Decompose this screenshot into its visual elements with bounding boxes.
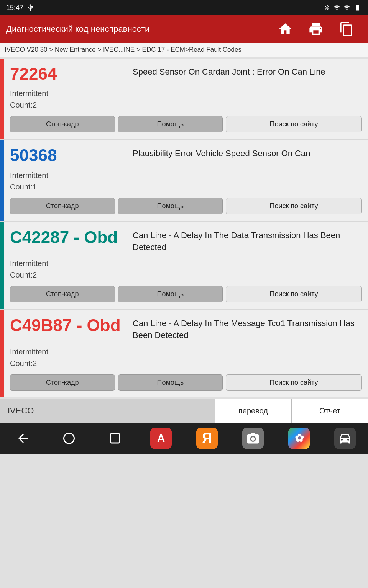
back-icon	[16, 431, 30, 445]
print-button[interactable]	[301, 15, 331, 43]
fault-card-2-inner: 50368 Plausibility Error Vehicle Speed S…	[4, 146, 362, 165]
signal-icon	[334, 4, 340, 11]
acrobat-icon: A	[150, 428, 172, 449]
car-diag-app-button[interactable]	[330, 423, 360, 454]
fault-card-4: C49B87 - Obd Can Line - A Delay In The M…	[0, 310, 368, 397]
fault-buttons-4: Стоп-кадр Помощь Поиск по сайту	[4, 374, 362, 391]
content-area: 72264 Speed Sensor On Cardan Joint : Err…	[0, 59, 368, 397]
fault-description-2: Plausibility Error Vehicle Speed Sensor …	[133, 146, 362, 160]
fault-card-3: C42287 - Obd Can Line - A Delay In The D…	[0, 222, 368, 309]
status-bar-right	[324, 4, 362, 11]
yandex-icon: Я	[196, 428, 218, 449]
status-bar-left: 15:47	[6, 4, 34, 12]
camera-app-button[interactable]	[238, 423, 268, 454]
acrobat-app-button[interactable]: A	[146, 423, 176, 454]
yandex-app-button[interactable]: Я	[192, 423, 222, 454]
fault-card-2: 50368 Plausibility Error Vehicle Speed S…	[0, 140, 368, 220]
wifi-icon	[343, 4, 350, 11]
fault-status-2: Intermittent	[10, 170, 362, 181]
footer: IVECO перевод Отчет	[0, 399, 368, 423]
fault-meta-1: Intermittent Count:2	[4, 88, 362, 111]
fault-description-3: Can Line - A Delay In The Data Transmiss…	[133, 228, 362, 253]
battery-icon	[353, 4, 362, 11]
breadcrumb: IVECO V20.30 > New Entrance > IVEC...INE…	[0, 43, 368, 57]
print-icon	[308, 21, 324, 37]
svg-rect-1	[110, 434, 120, 443]
fault-buttons-1: Стоп-кадр Помощь Поиск по сайту	[4, 116, 362, 132]
help-btn-3[interactable]: Помощь	[118, 286, 223, 302]
fault-status-4: Intermittent	[10, 346, 362, 358]
recents-button[interactable]	[100, 423, 130, 454]
bluetooth-icon	[324, 4, 330, 11]
export-icon	[339, 21, 354, 37]
fault-meta-3: Intermittent Count:2	[4, 258, 362, 281]
stopframe-btn-3[interactable]: Стоп-кадр	[10, 286, 115, 302]
translate-button[interactable]: перевод	[215, 399, 291, 423]
square-icon	[108, 431, 122, 445]
fault-description-1: Speed Sensor On Cardan Joint : Error On …	[133, 65, 362, 78]
fault-code-3: C42287 - Obd	[10, 228, 133, 247]
time-display: 15:47	[6, 4, 23, 12]
stopframe-btn-2[interactable]: Стоп-кадр	[10, 198, 115, 214]
fault-code-1: 72264	[10, 65, 133, 83]
header: Диагностический код неисправности	[0, 15, 368, 43]
header-icon-group	[270, 15, 362, 43]
fault-meta-2: Intermittent Count:1	[4, 170, 362, 193]
help-btn-4[interactable]: Помощь	[118, 374, 223, 391]
fault-count-3: Count:2	[10, 269, 362, 281]
fault-count-2: Count:1	[10, 181, 362, 193]
help-btn-1[interactable]: Помощь	[118, 116, 223, 132]
search-btn-3[interactable]: Поиск по сайту	[226, 286, 362, 302]
fault-card-4-inner: C49B87 - Obd Can Line - A Delay In The M…	[4, 316, 362, 341]
fault-status-1: Intermittent	[10, 88, 362, 99]
photos-app-button[interactable]: ✿	[284, 423, 314, 454]
footer-brand: IVECO	[0, 406, 215, 416]
fault-description-4: Can Line - A Delay In The Message Tco1 T…	[133, 316, 362, 341]
search-btn-1[interactable]: Поиск по сайту	[226, 116, 362, 132]
stopframe-btn-4[interactable]: Стоп-кадр	[10, 374, 115, 391]
export-button[interactable]	[331, 15, 362, 43]
fault-card-3-inner: C42287 - Obd Can Line - A Delay In The D…	[4, 228, 362, 253]
usb-icon	[26, 4, 34, 11]
fault-card-1: 72264 Speed Sensor On Cardan Joint : Err…	[0, 59, 368, 139]
photos-icon: ✿	[288, 428, 310, 449]
fault-count-1: Count:2	[10, 99, 362, 111]
header-title: Диагностический код неисправности	[6, 24, 270, 34]
circle-icon	[62, 431, 76, 445]
camera-icon	[242, 428, 264, 449]
svg-point-0	[64, 433, 74, 443]
fault-count-4: Count:2	[10, 358, 362, 369]
fault-meta-4: Intermittent Count:2	[4, 346, 362, 369]
nav-home-button[interactable]	[54, 423, 84, 454]
search-btn-2[interactable]: Поиск по сайту	[226, 198, 362, 214]
home-icon	[278, 21, 293, 37]
search-btn-4[interactable]: Поиск по сайту	[226, 374, 362, 391]
status-bar: 15:47	[0, 0, 368, 15]
home-button[interactable]	[270, 15, 301, 43]
fault-code-4: C49B87 - Obd	[10, 316, 133, 335]
fault-code-2: 50368	[10, 146, 133, 165]
stopframe-btn-1[interactable]: Стоп-кадр	[10, 116, 115, 132]
nav-bar: A Я ✿	[0, 423, 368, 454]
car-diag-icon	[334, 428, 356, 449]
fault-status-3: Intermittent	[10, 258, 362, 269]
help-btn-2[interactable]: Помощь	[118, 198, 223, 214]
report-button[interactable]: Отчет	[291, 399, 368, 423]
back-button[interactable]	[8, 423, 38, 454]
fault-buttons-2: Стоп-кадр Помощь Поиск по сайту	[4, 198, 362, 214]
fault-card-1-inner: 72264 Speed Sensor On Cardan Joint : Err…	[4, 65, 362, 83]
fault-buttons-3: Стоп-кадр Помощь Поиск по сайту	[4, 286, 362, 302]
